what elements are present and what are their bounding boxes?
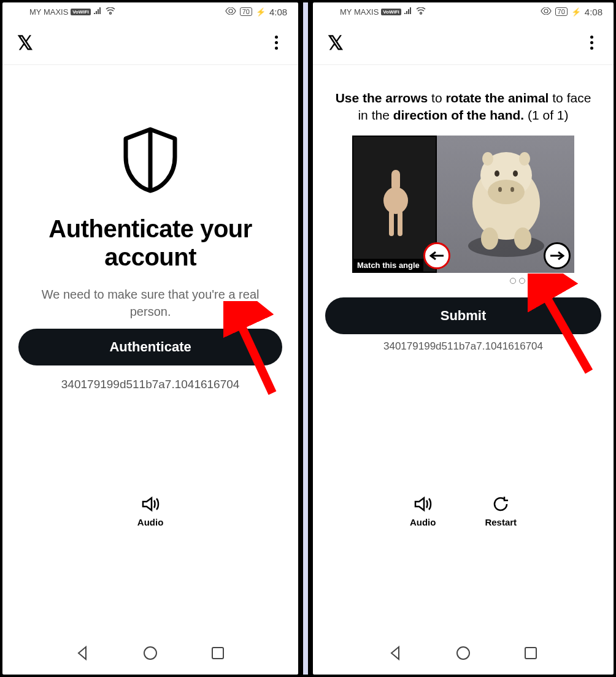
more-menu-button[interactable] bbox=[269, 36, 283, 50]
signal-icon bbox=[404, 7, 414, 17]
rotate-left-button[interactable] bbox=[423, 242, 450, 269]
svg-point-16 bbox=[488, 180, 525, 204]
progress-dot-active bbox=[556, 278, 562, 284]
progress-dot bbox=[547, 278, 553, 284]
more-menu-button[interactable] bbox=[584, 36, 599, 50]
app-header: 𝕏 bbox=[313, 21, 614, 65]
shield-icon bbox=[120, 126, 181, 196]
signal-icon bbox=[93, 7, 103, 17]
system-nav-bar bbox=[313, 632, 614, 675]
svg-point-13 bbox=[519, 152, 530, 166]
hand-icon bbox=[383, 170, 409, 237]
submit-button[interactable]: Submit bbox=[325, 297, 601, 334]
carrier-label: MY MAXIS bbox=[29, 7, 68, 17]
svg-rect-8 bbox=[398, 210, 402, 236]
audio-label: Audio bbox=[410, 517, 436, 527]
nav-home-button[interactable] bbox=[141, 644, 160, 662]
auth-content: Authenticate your account We need to mak… bbox=[2, 65, 298, 632]
clock: 4:08 bbox=[269, 7, 287, 17]
charge-icon: ⚡ bbox=[256, 7, 266, 17]
audio-button[interactable]: Audio bbox=[137, 495, 164, 527]
challenge-instruction: Use the arrows to rotate the animal to f… bbox=[325, 90, 601, 124]
restart-button[interactable]: Restart bbox=[485, 495, 517, 527]
svg-point-25 bbox=[457, 647, 469, 659]
restart-icon bbox=[491, 495, 510, 514]
captcha-panel: Match this angle bbox=[352, 136, 574, 273]
progress-dot bbox=[537, 278, 544, 284]
speaker-icon bbox=[413, 495, 433, 514]
svg-rect-26 bbox=[525, 648, 536, 659]
challenge-hash: 340179199d511b7a7.1041616704 bbox=[383, 340, 543, 353]
carrier-label: MY MAXIS bbox=[340, 7, 379, 17]
status-bar: MY MAXIS VoWiFi 70 ⚡ 4:08 bbox=[2, 2, 298, 21]
eye-icon bbox=[225, 7, 236, 17]
battery-level: 70 bbox=[240, 7, 252, 16]
restart-label: Restart bbox=[485, 517, 517, 527]
audio-button[interactable]: Audio bbox=[410, 495, 436, 527]
nav-back-button[interactable] bbox=[74, 644, 92, 662]
reference-label: Match this angle bbox=[353, 259, 423, 272]
vowifi-badge: VoWiFi bbox=[381, 9, 401, 15]
svg-point-14 bbox=[495, 170, 499, 177]
clock: 4:08 bbox=[585, 7, 603, 17]
nav-recent-button[interactable] bbox=[522, 644, 540, 662]
authenticate-button[interactable]: Authenticate bbox=[18, 329, 282, 365]
animal-image bbox=[437, 136, 574, 273]
svg-rect-4 bbox=[212, 648, 223, 659]
svg-point-15 bbox=[513, 170, 518, 177]
phone-screen-right: MY MAXIS VoWiFi 70 ⚡ 4:08 𝕏 bbox=[313, 2, 614, 675]
svg-point-20 bbox=[514, 228, 531, 250]
auth-title: Authenticate your account bbox=[15, 215, 286, 271]
wifi-icon bbox=[106, 7, 115, 17]
rotate-right-button[interactable] bbox=[544, 242, 571, 269]
progress-dots bbox=[352, 278, 574, 284]
system-nav-bar bbox=[2, 632, 298, 675]
hippo-icon bbox=[460, 148, 552, 258]
nav-home-button[interactable] bbox=[454, 644, 472, 662]
charge-icon: ⚡ bbox=[571, 7, 581, 17]
challenge-hash: 340179199d511b7a7.1041616704 bbox=[61, 378, 240, 391]
nav-back-button[interactable] bbox=[387, 644, 405, 662]
eye-icon bbox=[541, 7, 552, 17]
phone-screen-left: MY MAXIS VoWiFi 70 ⚡ 4:08 𝕏 bbox=[2, 2, 298, 675]
x-logo: 𝕏 bbox=[17, 31, 33, 55]
progress-dot bbox=[528, 278, 534, 284]
battery-level: 70 bbox=[555, 7, 568, 16]
audio-label: Audio bbox=[137, 517, 164, 527]
svg-point-17 bbox=[498, 187, 502, 192]
status-bar: MY MAXIS VoWiFi 70 ⚡ 4:08 bbox=[313, 2, 614, 21]
svg-point-19 bbox=[481, 228, 498, 250]
svg-point-18 bbox=[510, 187, 514, 192]
x-logo: 𝕏 bbox=[328, 31, 344, 55]
speaker-icon bbox=[141, 495, 160, 514]
svg-rect-7 bbox=[389, 210, 394, 236]
auth-subtitle: We need to make sure that you're a real … bbox=[15, 286, 286, 320]
svg-point-6 bbox=[383, 187, 408, 214]
nav-recent-button[interactable] bbox=[209, 644, 227, 662]
progress-dot bbox=[510, 278, 516, 284]
wifi-icon bbox=[416, 7, 426, 17]
challenge-content: Use the arrows to rotate the animal to f… bbox=[313, 65, 614, 632]
app-header: 𝕏 bbox=[2, 21, 298, 65]
vowifi-badge: VoWiFi bbox=[71, 9, 90, 15]
svg-point-3 bbox=[144, 647, 156, 659]
progress-dot bbox=[519, 278, 525, 284]
svg-point-12 bbox=[482, 152, 493, 166]
